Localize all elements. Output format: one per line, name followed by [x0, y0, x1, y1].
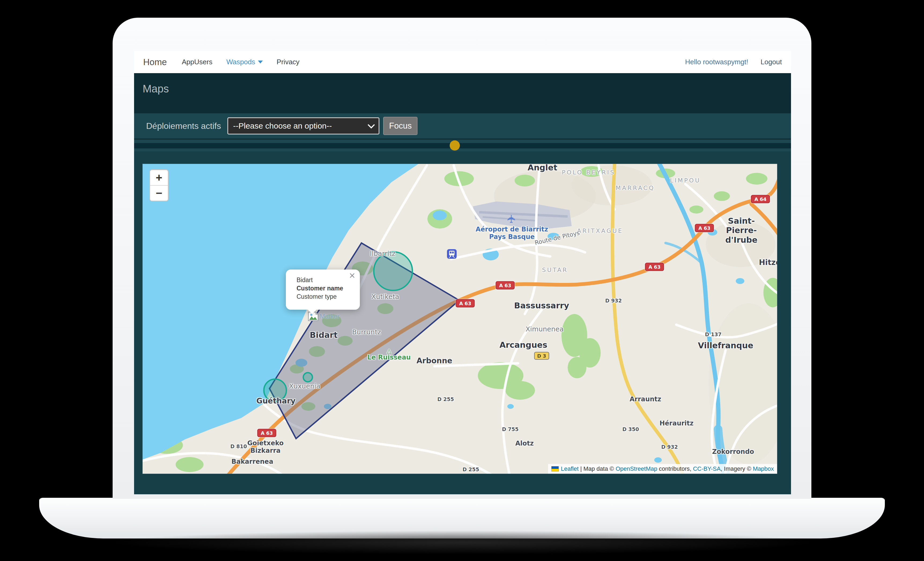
train-station-icon: [447, 249, 457, 260]
map-label: LIMPOU: [670, 177, 700, 184]
slider-band: [134, 139, 791, 151]
road-badge: D 3: [534, 352, 549, 360]
popup-customer-type: Customer type: [297, 293, 343, 301]
map-label: Saint-Pierre- d'Irube: [724, 216, 759, 245]
zoom-control: + −: [149, 169, 169, 202]
navbar: Home AppUsers Waspods Privacy Hello root…: [134, 51, 791, 73]
map-label: Bidart: [310, 330, 338, 340]
road-badge: D 255: [462, 467, 479, 472]
zoom-out-button[interactable]: −: [150, 186, 168, 200]
map-label: POLO BEYRIS: [562, 169, 615, 176]
focus-button[interactable]: Focus: [383, 117, 417, 135]
map-label: ARITXAGUE: [577, 227, 623, 235]
deployment-select[interactable]: --Please choose an option--: [227, 117, 380, 135]
road-badge: A 63: [695, 224, 714, 232]
map-label: Bassussarry: [514, 301, 569, 310]
map-label: SUTAR: [542, 266, 568, 274]
road-badge: A 63: [257, 429, 276, 437]
leaflet-map[interactable]: AngletPOLO BEYRISMARRACQLIMPOUARITXAGUES…: [142, 164, 777, 474]
map-label: Le Ruisseau: [368, 354, 411, 361]
nav-link-waspods-label: Waspods: [226, 58, 255, 66]
map-label: Hérauritz: [660, 420, 694, 427]
nav-logout-link[interactable]: Logout: [760, 58, 782, 66]
deployment-circle[interactable]: [303, 373, 312, 382]
road-badge: A 63: [645, 263, 664, 271]
nav-brand-home[interactable]: Home: [143, 57, 167, 67]
deployment-select-value: --Please choose an option--: [233, 121, 332, 130]
attribution-link[interactable]: Mapbox: [753, 465, 774, 472]
attribution-link[interactable]: Leaflet: [561, 465, 579, 472]
map-popup: × Bidart Customer name Customer type: [286, 269, 360, 310]
road-badge: D 255: [437, 396, 454, 402]
deployment-overlay[interactable]: [142, 164, 777, 474]
road-badge: D 932: [605, 298, 622, 304]
map-label: △: [387, 347, 392, 355]
map-label: Guéthary: [256, 396, 296, 405]
road-badge: A 64: [751, 195, 770, 203]
map-label: Arcangues: [500, 340, 547, 350]
road-badge: D 932: [661, 444, 678, 450]
popup-location: Bidart: [297, 276, 343, 284]
map-label: Burruntz: [352, 328, 381, 336]
nav-link-waspods[interactable]: Waspods: [226, 58, 262, 66]
nav-greeting: Hello rootwaspymgt!: [685, 58, 748, 66]
map-label: Ximunenea: [525, 325, 564, 333]
map-label: Villefranque: [698, 341, 753, 350]
map-label: Arrauntz: [630, 395, 661, 403]
popup-customer-name: Customer name: [297, 284, 343, 293]
road-badge: D 810: [230, 443, 247, 449]
nav-right: Hello rootwaspymgt! Logout: [685, 58, 782, 66]
airport-plane-icon: ✈: [505, 214, 518, 223]
popup-close-button[interactable]: ×: [349, 271, 356, 280]
map-label: Goïetxeko Bizkarra: [247, 439, 284, 455]
road-badge: A 63: [495, 281, 514, 290]
map-label: Xutiketa: [371, 293, 399, 301]
attribution-text: Leaflet | Map data © OpenStreetMap contr…: [561, 465, 774, 472]
zoom-in-button[interactable]: +: [150, 170, 168, 186]
road-badge: D 755: [502, 426, 519, 432]
map-label: Bakarrenea: [231, 458, 273, 465]
page-title: Maps: [142, 83, 169, 95]
deployments-label: Déploiements actifs: [146, 121, 221, 131]
map-label: Anglet: [527, 164, 557, 172]
nav-link-appusers[interactable]: AppUsers: [182, 58, 212, 66]
popup-body: Bidart Customer name Customer type: [297, 276, 343, 301]
broken-image-icon: [308, 311, 318, 321]
attribution-static-text: | Map data ©: [579, 465, 616, 472]
ukraine-flag-icon: [551, 466, 559, 471]
road-badge: D 350: [622, 426, 639, 432]
slider-track[interactable]: [134, 143, 791, 148]
map-label: MARRACQ: [616, 185, 655, 191]
attribution-link[interactable]: OpenStreetMap: [616, 465, 657, 472]
map-label: Arbonne: [416, 356, 452, 365]
attribution-static-text: , Imagery ©: [721, 465, 753, 472]
select-chevron-icon: [368, 121, 375, 128]
map-label: Xuxuenia: [289, 382, 320, 390]
laptop-shadow: [107, 531, 818, 555]
map-label: Ilbarritz: [370, 250, 396, 258]
road-badge: A 63: [456, 299, 475, 308]
road-badge: D 137: [705, 331, 722, 337]
map-label: Zokorrondo: [712, 448, 754, 455]
attribution-static-text: contributors,: [657, 465, 693, 472]
nav-link-privacy[interactable]: Privacy: [277, 58, 300, 66]
chevron-down-icon: [258, 61, 263, 63]
map-attribution: Leaflet | Map data © OpenStreetMap contr…: [548, 464, 777, 474]
app-window: Home AppUsers Waspods Privacy Hello root…: [134, 51, 791, 494]
marker-alt-text: Marker: [320, 313, 340, 320]
nav-links: AppUsers Waspods Privacy: [182, 58, 300, 66]
laptop-screen-frame: Home AppUsers Waspods Privacy Hello root…: [112, 18, 812, 499]
map-label: Hitze: [759, 258, 777, 267]
map-label: Aéroport de Biarritz Pays Basque: [476, 226, 548, 241]
attribution-link[interactable]: CC-BY-SA: [693, 465, 720, 472]
slider-thumb[interactable]: [450, 141, 460, 151]
deployments-toolbar: Déploiements actifs --Please choose an o…: [134, 113, 791, 139]
map-label: Alotz: [515, 440, 534, 447]
